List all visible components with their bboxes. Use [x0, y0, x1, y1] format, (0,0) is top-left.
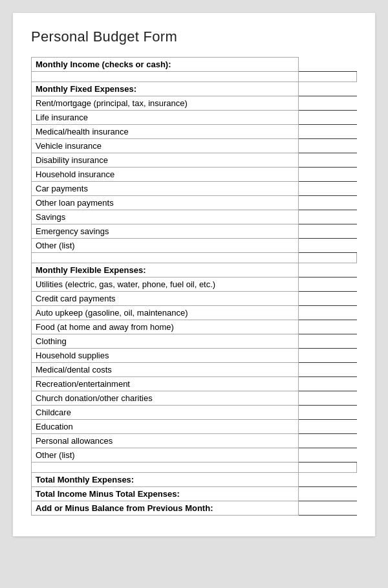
table-row: Medical/health insurance — [32, 125, 357, 139]
table-row: Utilities (electric, gas, water, phone, … — [32, 278, 357, 292]
table-row: Church donation/other charities — [32, 391, 357, 406]
table-row: Disability insurance — [32, 153, 357, 168]
budget-table: Monthly Income (checks or cash): Monthly… — [31, 57, 357, 516]
income-header-value[interactable] — [299, 58, 357, 72]
flexible-header-value[interactable] — [299, 263, 357, 278]
table-row: Rent/mortgage (principal, tax, insurance… — [32, 96, 357, 111]
table-row: Medical/dental costs — [32, 363, 357, 377]
page-container: Personal Budget Form Monthly Income (che… — [13, 13, 375, 536]
table-row: Other loan payments — [32, 196, 357, 210]
income-header-label: Monthly Income (checks or cash): — [32, 58, 299, 72]
table-row: Household insurance — [32, 168, 357, 182]
page-title: Personal Budget Form — [31, 28, 357, 45]
table-row: Life insurance — [32, 111, 357, 125]
table-row: Food (at home and away from home) — [32, 320, 357, 334]
flexible-spacer-row — [32, 463, 357, 473]
table-row: Auto upkeep (gasoline, oil, maintenance) — [32, 306, 357, 320]
table-row: Personal allowances — [32, 434, 357, 448]
table-row: Clothing — [32, 334, 357, 349]
table-row: Savings — [32, 210, 357, 224]
table-row: Household supplies — [32, 349, 357, 363]
table-row: Vehicle insurance — [32, 139, 357, 153]
add-minus-balance-row: Add or Minus Balance from Previous Month… — [32, 501, 357, 516]
income-spacer-row — [32, 72, 357, 82]
income-header-row: Monthly Income (checks or cash): — [32, 58, 357, 72]
flexible-header-label: Monthly Flexible Expenses: — [32, 263, 299, 278]
table-row: Credit card payments — [32, 292, 357, 306]
table-row: Other (list) — [32, 448, 357, 463]
table-row: Other (list) — [32, 239, 357, 253]
total-monthly-row: Total Monthly Expenses: — [32, 473, 357, 487]
table-row: Recreation/entertainment — [32, 377, 357, 391]
table-row: Car payments — [32, 182, 357, 196]
flexible-header-row: Monthly Flexible Expenses: — [32, 263, 357, 278]
total-income-minus-row: Total Income Minus Total Expenses: — [32, 487, 357, 501]
table-row: Education — [32, 420, 357, 434]
table-row: Emergency savings — [32, 224, 357, 239]
fixed-header-value[interactable] — [299, 82, 357, 96]
fixed-header-label: Monthly Fixed Expenses: — [32, 82, 299, 96]
table-row: Childcare — [32, 406, 357, 420]
fixed-header-row: Monthly Fixed Expenses: — [32, 82, 357, 96]
fixed-spacer-row — [32, 253, 357, 263]
